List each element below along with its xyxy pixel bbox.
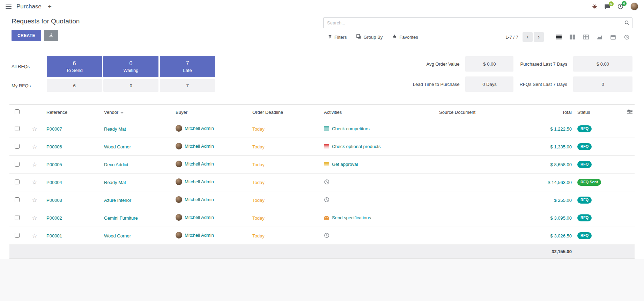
- pivot-view-icon[interactable]: [580, 32, 592, 42]
- envelope-icon[interactable]: [324, 216, 329, 220]
- favorite-star-icon[interactable]: ☆: [32, 126, 37, 132]
- app-name[interactable]: Purchase: [16, 3, 42, 10]
- pager-previous-button[interactable]: ‹: [523, 32, 533, 42]
- buyer-cell[interactable]: Mitchell Admin: [176, 214, 214, 221]
- vendor-link[interactable]: Wood Corner: [104, 233, 131, 238]
- all-rfqs-label[interactable]: All RFQs: [12, 64, 45, 69]
- kpi-value-lead-time[interactable]: 0 Days: [465, 76, 513, 92]
- activity-label[interactable]: Get approval: [332, 162, 358, 167]
- clock-icon[interactable]: [324, 233, 330, 238]
- buyer-cell[interactable]: Mitchell Admin: [176, 232, 214, 238]
- favorite-star-icon[interactable]: ☆: [32, 179, 37, 186]
- graph-view-icon[interactable]: [594, 32, 605, 42]
- my-rfqs-label[interactable]: My RFQs: [12, 83, 45, 88]
- favorite-star-icon[interactable]: ☆: [32, 197, 37, 204]
- kanban-view-icon[interactable]: [567, 32, 578, 42]
- list-icon[interactable]: [324, 162, 329, 166]
- column-header-status[interactable]: Status: [575, 105, 619, 120]
- activity-cell[interactable]: [324, 179, 330, 185]
- reference-link[interactable]: P00007: [46, 126, 62, 132]
- table-row[interactable]: ☆P00001Wood CornerMitchell AdminToday$ 3…: [9, 227, 635, 245]
- pager-next-button[interactable]: ›: [534, 32, 544, 42]
- favorite-star-icon[interactable]: ☆: [32, 161, 37, 168]
- user-avatar[interactable]: [630, 2, 638, 10]
- search-input[interactable]: [323, 17, 632, 28]
- row-checkbox[interactable]: [15, 179, 20, 184]
- export-button[interactable]: [44, 30, 58, 41]
- tile-to-send[interactable]: 6 To Send: [47, 56, 102, 77]
- row-checkbox[interactable]: [15, 144, 20, 149]
- row-checkbox[interactable]: [15, 233, 20, 238]
- favorites-button[interactable]: Favorites: [392, 34, 418, 40]
- column-header-total[interactable]: Total: [519, 105, 575, 120]
- create-button[interactable]: CREATE: [12, 30, 41, 41]
- row-checkbox[interactable]: [15, 162, 20, 167]
- activity-cell[interactable]: Check competitors: [324, 126, 370, 131]
- adjust-columns-icon[interactable]: [627, 110, 632, 115]
- clock-icon[interactable]: [324, 179, 330, 185]
- my-late-count[interactable]: 7: [160, 79, 215, 92]
- reference-link[interactable]: P00005: [46, 162, 62, 167]
- activity-label[interactable]: Check optional products: [332, 144, 380, 149]
- buyer-cell[interactable]: Mitchell Admin: [176, 196, 214, 203]
- column-header-vendor[interactable]: Vendor: [102, 105, 173, 120]
- activity-cell[interactable]: [324, 197, 330, 203]
- buyer-cell[interactable]: Mitchell Admin: [176, 178, 214, 185]
- favorite-star-icon[interactable]: ☆: [32, 233, 37, 239]
- my-waiting-count[interactable]: 0: [103, 79, 158, 92]
- table-row[interactable]: ☆P00004Ready MatMitchell AdminToday$ 14,…: [9, 174, 635, 191]
- list-icon[interactable]: [324, 126, 329, 131]
- kpi-value-avg-order-value[interactable]: $ 0.00: [465, 56, 513, 72]
- apps-menu-icon[interactable]: [6, 5, 12, 9]
- row-checkbox[interactable]: [15, 126, 20, 131]
- activity-cell[interactable]: Check optional products: [324, 144, 380, 149]
- table-row[interactable]: ☆P00002Gemini FurnitureMitchell AdminTod…: [9, 209, 635, 227]
- column-header-source-document[interactable]: Source Document: [437, 105, 519, 120]
- kpi-value-rfqs-sent[interactable]: 0: [573, 76, 632, 92]
- vendor-link[interactable]: Ready Mat: [104, 180, 126, 185]
- activity-label[interactable]: Send specifications: [332, 215, 371, 220]
- table-row[interactable]: ☆P00006Wood CornerMitchell AdminTodayChe…: [9, 138, 635, 156]
- favorite-star-icon[interactable]: ☆: [32, 144, 37, 150]
- buyer-cell[interactable]: Mitchell Admin: [176, 161, 214, 167]
- table-row[interactable]: ☆P00003Azure InteriorMitchell AdminToday…: [9, 191, 635, 209]
- activities-clock-icon[interactable]: 0: [617, 3, 623, 9]
- clock-icon[interactable]: [324, 197, 330, 203]
- reference-link[interactable]: P00002: [46, 215, 62, 221]
- column-header-activities[interactable]: Activities: [322, 105, 437, 120]
- messages-icon[interactable]: 5: [604, 4, 610, 9]
- buyer-cell[interactable]: Mitchell Admin: [176, 125, 214, 132]
- vendor-link[interactable]: Ready Mat: [104, 126, 126, 132]
- my-to-send-count[interactable]: 6: [47, 79, 102, 92]
- activity-label[interactable]: Check competitors: [332, 126, 370, 131]
- list-icon[interactable]: [324, 144, 329, 148]
- row-checkbox[interactable]: [15, 215, 20, 220]
- vendor-link[interactable]: Gemini Furniture: [104, 215, 138, 221]
- table-row[interactable]: ☆P00007Ready MatMitchell AdminTodayCheck…: [9, 120, 635, 138]
- reference-link[interactable]: P00001: [46, 233, 62, 238]
- new-tab-plus-icon[interactable]: +: [48, 3, 52, 10]
- tile-waiting[interactable]: 0 Waiting: [103, 56, 158, 77]
- vendor-link[interactable]: Azure Interior: [104, 198, 131, 203]
- filters-button[interactable]: Filters: [328, 35, 347, 40]
- select-all-checkbox[interactable]: [15, 109, 20, 114]
- reference-link[interactable]: P00004: [46, 180, 62, 185]
- row-checkbox[interactable]: [15, 197, 20, 202]
- column-header-reference[interactable]: Reference: [44, 105, 102, 120]
- reference-link[interactable]: P00006: [46, 144, 62, 149]
- group-by-button[interactable]: Group By: [356, 34, 383, 40]
- column-header-buyer[interactable]: Buyer: [173, 105, 250, 120]
- activity-cell[interactable]: Get approval: [324, 162, 358, 167]
- activity-cell[interactable]: Send specifications: [324, 215, 371, 220]
- tile-late[interactable]: 7 Late: [160, 56, 215, 77]
- kpi-value-purchased-last-7-days[interactable]: $ 0.00: [573, 56, 632, 72]
- reference-link[interactable]: P00003: [46, 198, 62, 203]
- buyer-cell[interactable]: Mitchell Admin: [176, 143, 214, 149]
- list-view-icon[interactable]: [553, 32, 564, 42]
- favorite-star-icon[interactable]: ☆: [32, 215, 37, 221]
- debug-bug-icon[interactable]: [592, 4, 597, 9]
- activity-view-icon[interactable]: [621, 32, 632, 42]
- table-row[interactable]: ☆P00005Deco AddictMitchell AdminTodayGet…: [9, 156, 635, 174]
- activity-cell[interactable]: [324, 233, 330, 238]
- vendor-link[interactable]: Deco Addict: [104, 162, 128, 167]
